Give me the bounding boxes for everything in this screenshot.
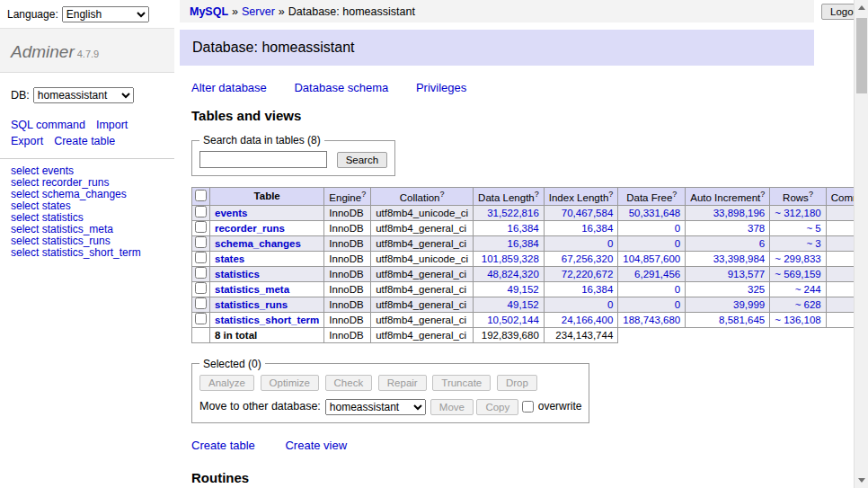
auto-increment-link[interactable]: 33,398,984 <box>713 253 766 264</box>
index-length-link[interactable]: 67,256,320 <box>562 253 614 264</box>
sql-command-link[interactable]: SQL command <box>11 119 85 131</box>
index-length-link[interactable]: 24,166,400 <box>562 315 614 325</box>
sidebar-item-select-statistics[interactable]: select statistics <box>11 211 84 224</box>
data-free-link[interactable]: 6,291,456 <box>634 269 680 279</box>
index-length-link[interactable]: 72,220,672 <box>562 269 614 279</box>
create-table-link[interactable]: Create table <box>191 439 255 452</box>
help-icon[interactable]: ? <box>672 190 677 199</box>
table-name-link[interactable]: states <box>215 253 244 264</box>
row-checkbox[interactable] <box>195 297 207 309</box>
table-name-link[interactable]: statistics_short_term <box>215 315 319 325</box>
move-db-select[interactable]: homeassistant <box>325 399 426 415</box>
rows-link[interactable]: ~ 3 <box>806 238 820 249</box>
auto-increment-link[interactable]: 33,898,196 <box>713 208 766 218</box>
help-icon[interactable]: ? <box>361 190 366 199</box>
row-checkbox[interactable] <box>195 221 207 233</box>
search-button[interactable]: Search <box>337 152 387 168</box>
auto-increment-link[interactable]: 8,581,645 <box>719 315 765 325</box>
index-length-link[interactable]: 70,467,584 <box>562 208 614 218</box>
language-select[interactable]: English <box>62 6 149 22</box>
breadcrumb-server-link[interactable]: Server <box>242 5 275 18</box>
table-name-link[interactable]: events <box>215 208 247 218</box>
data-length-link[interactable]: 10,502,144 <box>487 315 539 325</box>
data-free-link[interactable]: 0 <box>675 299 680 310</box>
data-free-link[interactable]: 0 <box>675 223 680 234</box>
truncate-button[interactable]: Truncate <box>432 375 491 391</box>
data-free-link[interactable]: 0 <box>675 238 680 249</box>
data-length-link[interactable]: 16,384 <box>508 238 539 249</box>
optimize-button[interactable]: Optimize <box>261 375 319 391</box>
data-length-link[interactable]: 101,859,328 <box>482 253 539 264</box>
auto-increment-link[interactable]: 378 <box>748 223 765 234</box>
breadcrumb-mysql-link[interactable]: MySQL <box>190 5 228 18</box>
row-checkbox[interactable] <box>195 313 207 324</box>
help-icon[interactable]: ? <box>760 190 765 199</box>
rows-link[interactable]: ~ 244 <box>795 284 821 295</box>
sidebar-item-select-states[interactable]: select states <box>11 200 71 212</box>
data-length-link[interactable]: 48,824,320 <box>487 269 539 279</box>
data-length-link[interactable]: 49,152 <box>508 284 539 295</box>
help-icon[interactable]: ? <box>535 190 539 199</box>
sidebar-item-select-statistics-runs[interactable]: select statistics_runs <box>11 235 111 247</box>
data-free-link[interactable]: 104,857,600 <box>623 253 680 264</box>
sidebar-item-select-schema-changes[interactable]: select schema_changes <box>11 188 127 200</box>
help-icon[interactable]: ? <box>608 190 613 199</box>
rows-link[interactable]: ~ 5 <box>806 223 820 234</box>
help-icon[interactable]: ? <box>439 190 444 199</box>
scrollbar-thumb[interactable] <box>856 18 867 93</box>
select-all-checkbox[interactable] <box>195 190 207 201</box>
data-length-link[interactable]: 49,152 <box>508 299 539 310</box>
privileges-link[interactable]: Privileges <box>416 81 466 94</box>
overwrite-checkbox[interactable] <box>522 401 534 413</box>
sidebar-item-select-statistics-meta[interactable]: select statistics_meta <box>11 223 113 235</box>
move-button[interactable]: Move <box>430 399 474 415</box>
data-length-link[interactable]: 31,522,816 <box>487 208 539 218</box>
auto-increment-link[interactable]: 6 <box>759 238 765 249</box>
repair-button[interactable]: Repair <box>378 375 427 391</box>
sidebar-item-select-statistics-short-term[interactable]: select statistics_short_term <box>11 246 141 259</box>
data-length-link[interactable]: 16,384 <box>508 223 539 234</box>
index-length-link[interactable]: 16,384 <box>581 223 613 234</box>
database-schema-link[interactable]: Database schema <box>294 81 388 94</box>
data-free-link[interactable]: 0 <box>675 284 680 295</box>
auto-increment-link[interactable]: 39,999 <box>733 299 765 310</box>
index-length-link[interactable]: 0 <box>607 238 613 249</box>
create-view-link[interactable]: Create view <box>285 439 347 452</box>
help-icon[interactable]: ? <box>809 190 813 199</box>
row-checkbox[interactable] <box>195 267 207 279</box>
scrollbar[interactable] <box>854 0 868 488</box>
index-length-link[interactable]: 16,384 <box>581 284 613 295</box>
create-table-link-sidebar[interactable]: Create table <box>54 135 115 147</box>
data-free-link[interactable]: 50,331,648 <box>629 208 681 218</box>
rows-link[interactable]: ~ 628 <box>795 299 821 310</box>
analyze-button[interactable]: Analyze <box>199 375 254 391</box>
row-checkbox[interactable] <box>195 252 207 263</box>
auto-increment-link[interactable]: 325 <box>748 284 765 295</box>
index-length-link[interactable]: 0 <box>607 299 613 310</box>
scroll-up-icon[interactable] <box>858 5 865 10</box>
row-checkbox[interactable] <box>195 236 207 248</box>
check-button[interactable]: Check <box>325 375 373 391</box>
row-checkbox[interactable] <box>195 206 207 217</box>
rows-link[interactable]: ~ 312,180 <box>775 208 820 218</box>
import-link[interactable]: Import <box>96 119 128 131</box>
sidebar-item-select-recorder-runs[interactable]: select recorder_runs <box>11 176 109 189</box>
table-name-link[interactable]: recorder_runs <box>215 223 285 234</box>
export-link[interactable]: Export <box>11 135 43 147</box>
db-select[interactable]: homeassistant <box>33 87 134 103</box>
copy-button[interactable]: Copy <box>476 399 518 415</box>
auto-increment-link[interactable]: 913,577 <box>728 269 766 279</box>
rows-link[interactable]: ~ 299,833 <box>775 253 820 264</box>
rows-link[interactable]: ~ 136,108 <box>775 315 820 325</box>
rows-link[interactable]: ~ 569,159 <box>775 269 820 279</box>
table-name-link[interactable]: statistics <box>215 269 260 279</box>
data-free-link[interactable]: 188,743,680 <box>623 315 680 325</box>
row-checkbox[interactable] <box>195 282 207 294</box>
table-name-link[interactable]: schema_changes <box>215 238 301 249</box>
scroll-down-icon[interactable] <box>858 478 865 483</box>
search-input[interactable] <box>199 151 327 168</box>
alter-database-link[interactable]: Alter database <box>191 81 267 94</box>
sidebar-item-select-events[interactable]: select events <box>11 164 74 177</box>
drop-button[interactable]: Drop <box>497 375 537 391</box>
table-name-link[interactable]: statistics_meta <box>215 284 289 295</box>
